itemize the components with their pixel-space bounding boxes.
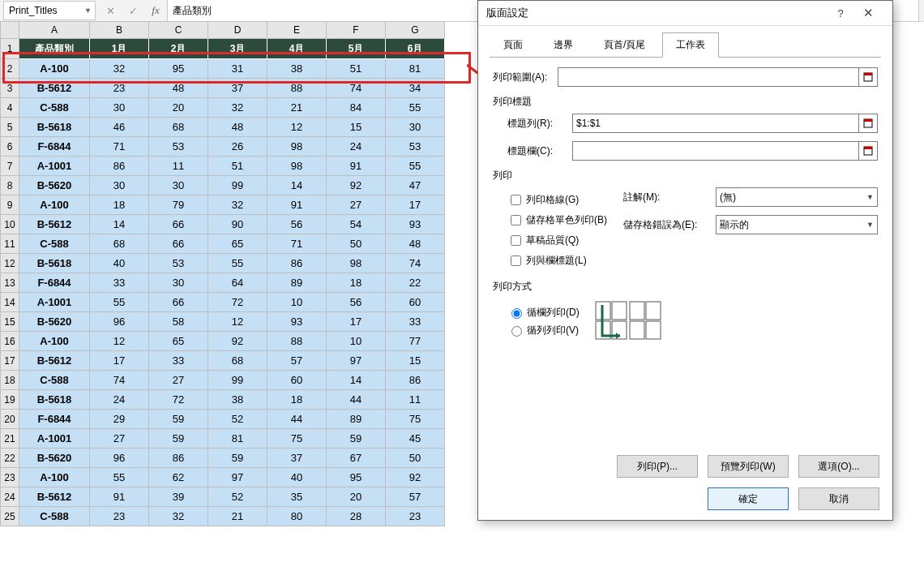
cell[interactable]: 84 <box>327 98 386 118</box>
cell[interactable]: 46 <box>90 118 149 137</box>
cell[interactable]: 17 <box>327 312 386 332</box>
cell-product[interactable]: C-588 <box>19 234 90 254</box>
cell[interactable]: 74 <box>90 371 149 390</box>
cell[interactable]: 30 <box>149 176 208 195</box>
cell[interactable]: 51 <box>327 59 386 79</box>
cell[interactable]: 24 <box>327 137 386 157</box>
cell[interactable]: 99 <box>208 176 267 195</box>
cell[interactable]: 86 <box>90 157 149 176</box>
cell[interactable]: 56 <box>327 293 386 312</box>
table-header-cell[interactable]: 1月 <box>90 39 149 59</box>
cell[interactable]: 15 <box>327 118 386 137</box>
table-header-cell[interactable]: 2月 <box>149 39 208 59</box>
cell[interactable]: 55 <box>386 98 445 118</box>
cell[interactable]: 95 <box>327 468 386 487</box>
cell[interactable]: 20 <box>149 98 208 118</box>
dialog-close-button[interactable]: ✕ <box>852 6 884 20</box>
cell[interactable]: 57 <box>386 487 445 507</box>
cell[interactable]: 60 <box>386 293 445 312</box>
cell[interactable]: 48 <box>386 234 445 254</box>
cell[interactable]: 74 <box>327 79 386 98</box>
cell-product[interactable]: A-1001 <box>19 293 90 312</box>
cell[interactable]: 53 <box>386 137 445 157</box>
cell[interactable]: 22 <box>386 273 445 293</box>
ok-button[interactable]: 確定 <box>708 487 789 510</box>
cell[interactable]: 66 <box>149 234 208 254</box>
cell[interactable]: 45 <box>386 429 445 449</box>
rowcol-headings-checkbox[interactable] <box>511 255 521 266</box>
cell[interactable]: 12 <box>267 118 327 137</box>
cell[interactable]: 64 <box>208 273 267 293</box>
cell-product[interactable]: F-6844 <box>19 137 90 157</box>
cell[interactable]: 67 <box>327 449 386 468</box>
cell[interactable]: 77 <box>386 332 445 351</box>
cell[interactable]: 44 <box>327 390 386 410</box>
cell[interactable]: 59 <box>327 429 386 449</box>
row-header[interactable]: 4 <box>1 98 19 118</box>
cell[interactable]: 55 <box>386 157 445 176</box>
cell[interactable]: 39 <box>149 487 208 507</box>
cell[interactable]: 52 <box>208 410 267 429</box>
cell[interactable]: 59 <box>149 410 208 429</box>
cell[interactable]: 55 <box>208 254 267 273</box>
cols-repeat-input[interactable] <box>572 141 859 161</box>
cell[interactable]: 40 <box>90 254 149 273</box>
cell[interactable]: 44 <box>267 410 327 429</box>
options-button[interactable]: 選項(O)... <box>798 455 879 478</box>
bw-checkbox[interactable] <box>511 215 521 225</box>
cell[interactable]: 30 <box>90 176 149 195</box>
cell[interactable]: 47 <box>386 176 445 195</box>
cell[interactable]: 57 <box>267 351 327 371</box>
cell[interactable]: 54 <box>327 215 386 234</box>
cell[interactable]: 86 <box>149 449 208 468</box>
dialog-tab[interactable]: 邊界 <box>540 32 587 58</box>
table-header-cell[interactable]: 3月 <box>208 39 267 59</box>
cell[interactable]: 10 <box>267 293 327 312</box>
cell[interactable]: 65 <box>149 332 208 351</box>
cell[interactable]: 98 <box>267 137 327 157</box>
cell[interactable]: 91 <box>90 487 149 507</box>
cell[interactable]: 51 <box>208 157 267 176</box>
cell-product[interactable]: B-5618 <box>19 390 90 410</box>
rows-repeat-input[interactable]: $1:$1 <box>572 114 859 133</box>
cell[interactable]: 32 <box>90 59 149 79</box>
cell-product[interactable]: B-5612 <box>19 79 90 98</box>
cell[interactable]: 93 <box>267 312 327 332</box>
cell[interactable]: 71 <box>90 137 149 157</box>
cell-product[interactable]: A-100 <box>19 195 90 215</box>
cell[interactable]: 17 <box>90 351 149 371</box>
cols-repeat-picker-button[interactable] <box>859 141 878 161</box>
cell[interactable]: 81 <box>386 59 445 79</box>
print-button[interactable]: 列印(P)... <box>617 455 698 478</box>
table-header-cell[interactable]: 6月 <box>386 39 445 59</box>
cell-product[interactable]: C-588 <box>19 98 90 118</box>
row-header[interactable]: 22 <box>1 449 19 468</box>
print-area-picker-button[interactable] <box>859 67 878 87</box>
row-header[interactable]: 19 <box>1 390 19 410</box>
row-header[interactable]: 12 <box>1 254 19 273</box>
cell[interactable]: 14 <box>90 215 149 234</box>
table-header-cell[interactable]: 4月 <box>267 39 327 59</box>
row-header[interactable]: 3 <box>1 79 19 98</box>
cell[interactable]: 11 <box>386 390 445 410</box>
cell-product[interactable]: C-588 <box>19 507 90 526</box>
row-header[interactable]: 20 <box>1 410 19 429</box>
cell[interactable]: 68 <box>208 351 267 371</box>
cell[interactable]: 98 <box>327 254 386 273</box>
cell[interactable]: 38 <box>208 390 267 410</box>
cell-product[interactable]: F-6844 <box>19 410 90 429</box>
cell[interactable]: 89 <box>267 273 327 293</box>
cell[interactable]: 96 <box>90 449 149 468</box>
cell[interactable]: 32 <box>149 507 208 526</box>
print-preview-button[interactable]: 預覽列印(W) <box>708 455 789 478</box>
cell[interactable]: 23 <box>90 79 149 98</box>
down-then-over-radio[interactable] <box>511 308 522 319</box>
cell-product[interactable]: B-5620 <box>19 176 90 195</box>
cell[interactable]: 90 <box>208 215 267 234</box>
cell[interactable]: 12 <box>208 312 267 332</box>
cell[interactable]: 14 <box>267 176 327 195</box>
cell[interactable]: 88 <box>267 332 327 351</box>
row-header[interactable]: 21 <box>1 429 19 449</box>
cell[interactable]: 55 <box>90 468 149 487</box>
dialog-help-button[interactable]: ? <box>829 7 852 19</box>
